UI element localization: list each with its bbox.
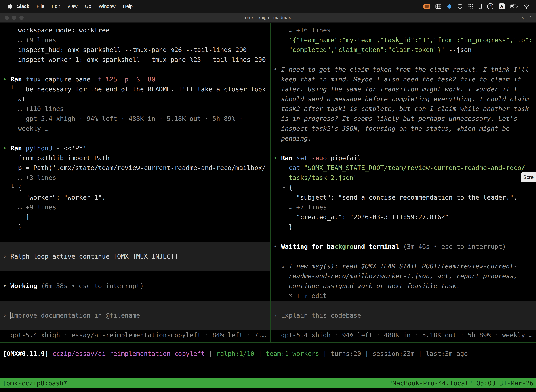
screen-share-overlay[interactable]: Scre: [521, 173, 536, 182]
menu-bar-status-icons: 61 A: [423, 3, 531, 9]
terminal-line: "worker": "worker-1",: [0, 192, 270, 202]
menu-edit[interactable]: Edit: [52, 4, 60, 9]
terminal-line: └ {: [271, 183, 536, 192]
terminal-line: keep that in mind. Maybe I also need the…: [271, 75, 536, 84]
ralph-loop-banner: › Ralph loop active continue [OMX_TMUX_I…: [0, 242, 270, 271]
terminal-line: • Waiting for background terminal (3m 46…: [271, 242, 536, 252]
terminal-line: › Ralph loop active continue [OMX_TMUX_I…: [0, 252, 270, 261]
screen-share-label: Scre: [523, 174, 534, 180]
tmux-session-label: [omx-cczip0:bash*: [2, 378, 67, 388]
app-icon-blue[interactable]: [447, 4, 452, 9]
terminal-line: workspace_mode: worktree: [0, 25, 270, 35]
terminal-line: • Ran set -euo pipefail: [271, 153, 536, 163]
menu-bar: SlackFileEditViewGoWindowHelp 61 A: [0, 0, 536, 13]
terminal-line: › Improve documentation in @filename: [0, 311, 270, 320]
terminal-line: [0, 291, 270, 301]
menu-file[interactable]: File: [37, 4, 44, 9]
window-shortcut: ⌥⌘1: [520, 15, 532, 20]
terminal-line: inspect_hud: omx sparkshell --tmux-pane …: [0, 45, 270, 55]
terminal-line: … +16 lines: [271, 25, 536, 35]
terminal-line: inspect task2's JSON, focusing on the st…: [271, 124, 536, 134]
terminal-line: • Ran tmux capture-pane -t %25 -p -S -80: [0, 75, 270, 84]
screen: SlackFileEditViewGoWindowHelp 61 A: [0, 0, 536, 392]
terminal-line: • Working (6m 38s • esc to interrupt): [0, 281, 270, 291]
terminal-line: ↳ 1 new msg(s): read $OMX_TEAM_STATE_ROO…: [271, 261, 536, 271]
prompt-suggestion[interactable]: › Explain this codebase: [271, 301, 536, 330]
terminal-line: cat "$OMX_TEAM_STATE_ROOT/team/review-cu…: [271, 163, 536, 173]
screen-recording-icon[interactable]: [423, 4, 430, 9]
terminal-line: • I need to get the claim token from the…: [271, 65, 536, 75]
grid-icon[interactable]: [436, 4, 441, 9]
window-title-bar[interactable]: omx --xhigh --madmax ⌥⌘1: [0, 13, 536, 23]
terminal-line: is in progress? It seems likely but perh…: [271, 114, 536, 124]
terminal-line: ⌥ + ↑ edit: [271, 291, 536, 301]
menu-slack[interactable]: Slack: [17, 4, 29, 9]
window-controls: [5, 13, 24, 23]
window-title: omx --xhigh --madmax: [245, 15, 291, 20]
terminal-line: └ be necessary for the end of the README…: [0, 84, 270, 94]
terminal-line: readme-and-reco/mailbox/worker-1.json, a…: [271, 271, 536, 281]
terminal-line: continue assigned work or next feasible …: [271, 281, 536, 291]
terminal-line: › Explain this codebase: [271, 311, 536, 320]
tmux-status-bar: [omx-cczip0:bash* "MacBook-Pro-44.local"…: [0, 378, 536, 388]
terminal-line: tasks/task-2.json": [271, 173, 536, 183]
zoom-button[interactable]: [19, 16, 24, 20]
terminal-line: later. Using the same for transition mig…: [271, 84, 536, 94]
terminal-line: [271, 232, 536, 242]
terminal-line: }: [271, 222, 536, 232]
terminal-line: ]: [0, 212, 270, 222]
terminal-line: at: [0, 94, 270, 104]
menu-go[interactable]: Go: [85, 4, 91, 9]
terminal-line: [0, 232, 270, 242]
terminal-line: … +7 lines: [271, 202, 536, 212]
terminal-line: [271, 55, 536, 65]
minimize-button[interactable]: [12, 16, 16, 20]
omx-status-line: [OMX#0.11.9] cczip/essay/ai-reimplementa…: [0, 349, 536, 359]
wifi-icon[interactable]: [523, 4, 530, 9]
terminal-line: [0, 134, 270, 143]
left-pane[interactable]: workspace_mode: worktree … +9 lines insp…: [0, 23, 270, 342]
dots-grid-icon[interactable]: [468, 4, 474, 9]
terminal-line: inspect_worker-1: omx sparkshell --tmux-…: [0, 55, 270, 65]
terminal-line: "created_at": "2026-03-31T11:59:27.816Z": [271, 212, 536, 222]
battery-icon[interactable]: [510, 4, 518, 9]
close-button[interactable]: [5, 16, 9, 20]
prompt-input[interactable]: › Improve documentation in @filename: [0, 301, 270, 330]
terminal-line: pending.: [271, 134, 536, 143]
input-source-label: A: [500, 4, 503, 9]
terminal-line: '{"team_name":"my-team","task_id":"1","f…: [271, 35, 536, 45]
apple-menu-icon[interactable]: [8, 4, 12, 9]
menu-view[interactable]: View: [67, 4, 77, 9]
terminal-line: [0, 271, 270, 281]
battery-percentage-ring[interactable]: 61: [487, 3, 493, 9]
terminal-line: … +110 lines: [0, 104, 270, 114]
terminal-line: "completed","claim_token":"claim-token"}…: [271, 45, 536, 55]
terminal-line: "subject": "send a concise recommendatio…: [271, 192, 536, 202]
terminal-line: gpt-5.4 xhigh · 94% left · 488K in · 5.1…: [271, 330, 536, 340]
terminal-line: • Ran python3 - <<'PY': [0, 143, 270, 153]
terminal-line: p = Path('.omx/state/team/review-current…: [0, 163, 270, 173]
input-source-icon[interactable]: A: [499, 3, 505, 9]
right-pane[interactable]: … +16 lines '{"team_name":"my-team","tas…: [271, 23, 536, 342]
terminal-line: from pathlib import Path: [0, 153, 270, 163]
terminal-line: should send a message before completing …: [271, 94, 536, 104]
menu-help[interactable]: Help: [123, 4, 133, 9]
terminal: workspace_mode: worktree … +9 lines insp…: [0, 23, 536, 392]
terminal-line: weekly …: [0, 124, 270, 134]
terminal-line: gpt-5.4 xhigh · essay/ai-reimplementatio…: [0, 330, 270, 340]
terminal-line: … +3 lines: [0, 173, 270, 183]
terminal-line: … +9 lines: [0, 35, 270, 45]
menu-window[interactable]: Window: [99, 4, 115, 9]
terminal-line: gpt-5.4 xhigh · 94% left · 488K in · 5.1…: [0, 114, 270, 124]
terminal-line: task2 after task1 is complete, but can I…: [271, 104, 536, 114]
terminal-line: └ {: [0, 183, 270, 192]
battery-percentage-label: 61: [489, 5, 492, 8]
iphone-mirroring-icon[interactable]: [479, 4, 482, 9]
screen-recording-inner: [425, 5, 429, 8]
app-icon-ring[interactable]: [457, 4, 463, 9]
terminal-line: [271, 143, 536, 153]
menu-list: SlackFileEditViewGoWindowHelp: [17, 4, 140, 9]
tmux-host-time: "MacBook-Pro-44.local" 05:03 31-Mar-26: [389, 378, 534, 388]
terminal-line: [0, 65, 270, 75]
terminal-line: [271, 252, 536, 261]
